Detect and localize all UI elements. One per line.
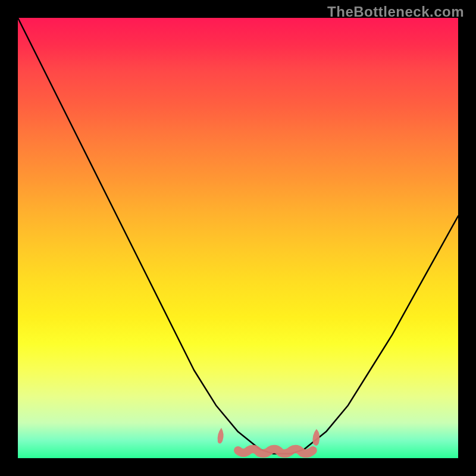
chart-container: TheBottleneck.com xyxy=(0,0,476,476)
chart-svg xyxy=(18,18,458,458)
bottom-cluster xyxy=(218,428,320,453)
watermark-text: TheBottleneck.com xyxy=(327,4,464,20)
bottleneck-curve xyxy=(18,18,458,454)
plot-area xyxy=(18,18,458,458)
